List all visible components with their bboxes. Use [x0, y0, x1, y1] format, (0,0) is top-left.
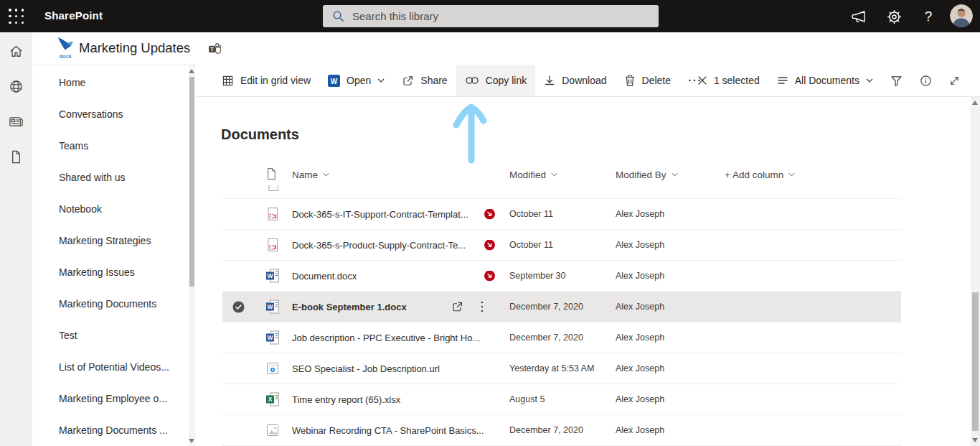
share-button[interactable]: Share — [393, 65, 456, 96]
library-search-box[interactable] — [323, 5, 659, 27]
table-row[interactable]: Webinar Recording CTA - SharePoint Basic… — [222, 415, 901, 446]
table-row[interactable]: W Job description - PPC Executive - Brig… — [222, 322, 901, 353]
grid-icon — [222, 75, 234, 87]
chevron-down-icon — [788, 172, 795, 177]
contract-template-icon — [255, 238, 292, 252]
modified-by[interactable]: Alex Joseph — [616, 271, 725, 281]
modified-by[interactable]: Alex Joseph — [616, 394, 725, 404]
view-selector[interactable]: All Documents — [768, 65, 882, 96]
file-name-link[interactable]: Webinar Recording CTA - SharePoint Basic… — [292, 425, 484, 436]
site-title[interactable]: Marketing Updates — [79, 40, 190, 56]
sidebar-item-marketing-documents[interactable]: Marketing Documents — [59, 298, 156, 310]
scroll-up-arrow[interactable] — [189, 69, 194, 73]
sidebar-item-conversations[interactable]: Conversations — [59, 108, 123, 120]
clear-selection-button[interactable]: 1 selected — [689, 65, 768, 96]
file-type-column-icon[interactable] — [255, 167, 292, 182]
library-title: Documents — [221, 126, 299, 143]
sidebar-item-marketing-employee[interactable]: Marketing Employee o... — [59, 393, 167, 404]
sidebar-item-teams[interactable]: Teams — [59, 140, 88, 152]
modified-date: Yesterday at 5:53 AM — [509, 363, 616, 373]
add-column-button[interactable]: + Add column — [725, 169, 901, 180]
modified-date: September 30 — [509, 271, 616, 281]
modified-date: December 7, 2020 — [509, 333, 616, 343]
modified-by[interactable]: Alex Joseph — [616, 363, 725, 373]
sidebar-item-home[interactable]: Home — [59, 77, 85, 88]
sidebar-item-marketing-strategies[interactable]: Marketing Strategies — [59, 235, 151, 246]
file-name-link[interactable]: E-book September 1.docx — [292, 302, 407, 312]
file-name-link[interactable]: Document.docx — [292, 271, 357, 282]
site-logo[interactable]: dock — [56, 36, 75, 61]
modified-by[interactable]: Alex Joseph — [616, 333, 725, 343]
excel-file-icon: X — [255, 392, 292, 406]
file-name-link[interactable]: Dock-365-s-IT-Support-Contract-Templat..… — [292, 209, 468, 220]
copy-link-button[interactable]: Copy link — [456, 65, 536, 96]
teams-icon[interactable]: T — [208, 42, 222, 55]
fullscreen-button[interactable] — [941, 65, 969, 96]
user-avatar[interactable] — [950, 4, 973, 27]
table-row[interactable]: Dock-365-s-IT-Support-Contract-Templat..… — [222, 199, 901, 230]
info-icon — [920, 75, 932, 87]
info-button[interactable] — [911, 65, 941, 96]
annotation-arrow-up — [451, 100, 492, 169]
modified-by[interactable]: Alex Joseph — [616, 209, 725, 219]
edit-in-grid-view-button[interactable]: Edit in grid view — [213, 65, 319, 96]
modified-date: October 11 — [509, 209, 616, 219]
file-name-link[interactable]: Time entry report (65).xlsx — [292, 394, 400, 405]
svg-text:W: W — [331, 77, 338, 85]
file-name-link[interactable]: Job description - PPC Executive - Bright… — [292, 333, 480, 343]
row-more-options-icon[interactable] — [481, 302, 484, 312]
document-icon[interactable] — [8, 149, 24, 165]
blocked-icon — [484, 271, 495, 282]
sidebar-item-shared-with-us[interactable]: Shared with us — [59, 172, 126, 183]
column-header-modified-by[interactable]: Modified By — [616, 169, 725, 180]
sidebar-item-notebook[interactable]: Notebook — [59, 203, 102, 215]
scroll-up-arrow[interactable] — [972, 101, 978, 105]
sidebar-item-marketing-issues[interactable]: Marketing Issues — [59, 266, 135, 278]
sidebar-scrollbar[interactable] — [189, 65, 195, 446]
open-button[interactable]: W Open — [319, 65, 393, 96]
image-file-icon — [255, 423, 292, 437]
download-button[interactable]: Download — [535, 65, 615, 96]
row-share-icon[interactable] — [451, 302, 463, 312]
table-row[interactable]: W Document.docx September 30 Alex Joseph — [222, 261, 901, 292]
settings-gear-icon[interactable] — [884, 6, 904, 27]
scroll-down-arrow[interactable] — [972, 438, 978, 442]
modified-by[interactable]: Alex Joseph — [616, 302, 725, 312]
home-icon[interactable] — [8, 43, 24, 60]
file-name-link[interactable]: Dock-365-s-Product-Supply-Contract-Te... — [292, 240, 466, 251]
filter-button[interactable] — [882, 65, 911, 96]
globe-icon[interactable] — [8, 78, 24, 95]
sidebar-item-test[interactable]: Test — [59, 330, 77, 341]
word-file-icon: W — [255, 299, 292, 314]
table-row[interactable]: Dock-365-s-Product-Supply-Contract-Te...… — [222, 230, 901, 261]
app-launcher-icon[interactable] — [9, 9, 24, 24]
table-row[interactable]: SEO Specialist - Job Description.url Yes… — [222, 353, 901, 384]
delete-button[interactable]: Delete — [616, 65, 679, 96]
scroll-down-arrow[interactable] — [189, 439, 194, 443]
modified-by[interactable]: Alex Joseph — [616, 425, 725, 435]
sidebar-item-marketing-documents-2[interactable]: Marketing Documents ... — [59, 424, 168, 436]
column-header-name[interactable]: Name — [292, 169, 509, 180]
column-header-modified[interactable]: Modified — [509, 169, 616, 180]
svg-text:W: W — [267, 334, 273, 341]
download-icon — [544, 75, 555, 86]
sidebar-scrollbar-thumb[interactable] — [189, 77, 194, 287]
news-icon[interactable] — [8, 113, 24, 130]
help-icon[interactable]: ? — [918, 6, 938, 27]
sidebar-item-list-of-potential-videos[interactable]: List of Potential Videos... — [59, 361, 169, 373]
file-name-link[interactable]: SEO Specialist - Job Description.url — [292, 363, 440, 374]
row-checkbox-checked[interactable] — [222, 301, 255, 313]
content-scrollbar-thumb[interactable] — [972, 292, 979, 431]
content-scrollbar[interactable] — [971, 97, 980, 446]
modified-date: December 7, 2020 — [509, 425, 616, 435]
modified-by[interactable]: Alex Joseph — [616, 240, 725, 250]
search-input[interactable] — [352, 5, 659, 27]
table-row[interactable]: X Time entry report (65).xlsx August 5 A… — [222, 384, 901, 415]
svg-text:W: W — [267, 272, 273, 279]
megaphone-icon[interactable] — [849, 6, 869, 27]
table-row-selected[interactable]: W E-book September 1.docx December 7, 20… — [222, 292, 901, 322]
expand-diagonal-icon — [949, 75, 960, 86]
table-row-partial[interactable] — [222, 185, 901, 199]
site-logo-text: dock — [59, 53, 72, 60]
chevron-down-icon — [551, 172, 557, 177]
